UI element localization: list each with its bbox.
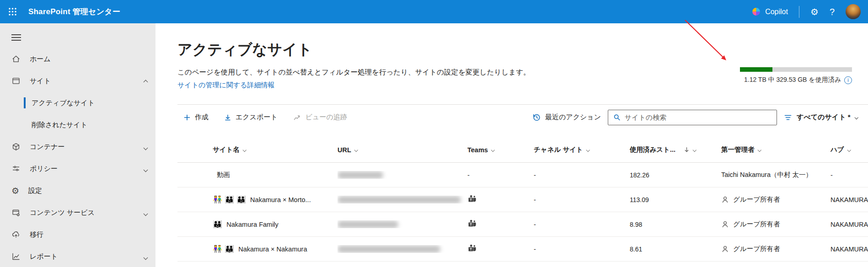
- chevron-down-icon: [491, 148, 495, 152]
- storage-usage-text: 1.12 TB 中 329.53 GB を使用済み: [744, 76, 841, 84]
- sliders-icon: [11, 164, 21, 173]
- sidebar-item-migration[interactable]: 移行: [0, 224, 155, 246]
- help-button[interactable]: ?: [830, 7, 835, 16]
- url-redacted: [338, 196, 461, 203]
- home-icon: [11, 54, 21, 64]
- chevron-down-icon: [854, 116, 858, 119]
- channel-site-value: -: [534, 246, 630, 253]
- site-name-link[interactable]: Nakamura × Morto...: [250, 196, 311, 203]
- sidebar-item-policies[interactable]: ポリシー: [0, 158, 155, 180]
- storage-used-value: 8.98: [630, 221, 721, 228]
- sidebar-item-active-sites[interactable]: アクティブなサイト: [0, 92, 155, 114]
- topbar: SharePoint 管理センター Copilot ⚙ ?: [0, 0, 868, 23]
- url-redacted: [338, 171, 383, 179]
- chevron-down-icon: [144, 211, 148, 216]
- chevron-up-icon: [144, 80, 148, 84]
- chevron-down-icon: [243, 148, 246, 152]
- channel-site-value: -: [534, 221, 630, 228]
- sidebar-item-sites[interactable]: サイト: [0, 70, 155, 92]
- site-name-link[interactable]: 動画: [217, 171, 230, 179]
- download-icon: [224, 114, 231, 121]
- teams-icon: [467, 194, 477, 204]
- site-emoji: 👪: [213, 220, 222, 228]
- question-mark-icon: ?: [830, 7, 835, 16]
- user-avatar[interactable]: [846, 4, 861, 19]
- primary-admin-value: グループ所有者: [733, 195, 780, 204]
- copilot-button[interactable]: Copilot: [751, 7, 788, 16]
- site-name-link[interactable]: Nakamura × Nakamura: [238, 246, 307, 253]
- site-name-link[interactable]: Nakamura Family: [226, 221, 279, 228]
- chevron-down-icon: [144, 145, 148, 150]
- search-input[interactable]: [625, 113, 772, 121]
- column-header-hub[interactable]: ハブ: [830, 145, 868, 154]
- topbar-divider: [799, 6, 799, 18]
- sidebar-item-deleted-sites[interactable]: 削除されたサイト: [0, 114, 155, 136]
- app-launcher-button[interactable]: [0, 0, 25, 23]
- column-header-primary-admin[interactable]: 第一管理者: [721, 145, 830, 154]
- table-row[interactable]: 動画 - - 182.26 Taichi Nakamura（中村 太一） -: [177, 163, 868, 187]
- filter-icon: [784, 113, 792, 122]
- sidebar-item-label: 設定: [28, 187, 42, 195]
- sidebar-item-content-services[interactable]: コンテンツ サービス: [0, 202, 155, 224]
- site-emoji: 👫 👪: [213, 245, 234, 253]
- cloud-upload-icon: [11, 230, 21, 239]
- create-button[interactable]: 作成: [183, 113, 209, 122]
- nav-collapse-button[interactable]: [11, 34, 21, 41]
- app-title: SharePoint 管理センター: [28, 6, 120, 17]
- column-header-site-name[interactable]: サイト名: [177, 145, 338, 154]
- chevron-down-icon: [847, 148, 851, 152]
- teams-icon: [467, 244, 477, 253]
- site-search-box: [608, 110, 777, 125]
- column-header-teams[interactable]: Teams: [467, 146, 534, 154]
- chevron-down-icon: [144, 167, 148, 172]
- column-header-channel-site[interactable]: チャネル サイト: [534, 145, 630, 154]
- sidebar-item-label: コンテンツ サービス: [30, 208, 95, 217]
- recent-actions-button[interactable]: 最近のアクション: [532, 113, 601, 122]
- hub-value: NAKAMURA: [830, 221, 868, 228]
- settings-button[interactable]: ⚙: [810, 7, 819, 16]
- sites-table: サイト名 URL Teams チャネル サイト 使用済みスト... 第一管理者 …: [177, 137, 868, 262]
- sites-icon: [11, 76, 21, 85]
- page-description: このページを使用して、サイトの並べ替えとフィルター処理を行ったり、サイトの設定を…: [177, 68, 530, 77]
- track-view-button[interactable]: ビューの追跡: [293, 113, 347, 122]
- storage-used-value: 182.26: [630, 171, 721, 179]
- export-label: エクスポート: [236, 113, 278, 122]
- chevron-down-icon: [757, 148, 761, 152]
- url-redacted: [338, 246, 440, 253]
- gear-icon: ⚙: [810, 7, 819, 16]
- sidebar-nav: ホーム サイト アクティブなサイト 削除されたサイト コンテナー ポリシー ⚙ …: [0, 48, 155, 267]
- sidebar-item-label: コンテナー: [30, 143, 64, 151]
- sidebar-item-reports[interactable]: レポート: [0, 246, 155, 267]
- storage-used-value: 8.61: [630, 246, 721, 253]
- table-row[interactable]: 👪 Nakamura Family - 8.98 グループ所有者 NAKAMUR…: [177, 212, 868, 237]
- sidebar-item-home[interactable]: ホーム: [0, 48, 155, 70]
- main-content: アクティブなサイト このページを使用して、サイトの並べ替えとフィルター処理を行っ…: [155, 23, 868, 267]
- channel-site-value: -: [534, 196, 630, 203]
- column-header-url[interactable]: URL: [338, 146, 467, 154]
- sidebar-item-containers[interactable]: コンテナー: [0, 136, 155, 158]
- copilot-label: Copilot: [765, 8, 788, 16]
- sidebar-item-label: レポート: [30, 252, 58, 261]
- site-emoji: 👫 👪 👪: [213, 196, 246, 203]
- column-header-storage-used[interactable]: 使用済みスト...: [630, 145, 721, 154]
- storage-bar-used: [740, 67, 772, 72]
- sidebar-item-label: サイト: [30, 77, 51, 85]
- sidebar-item-label: ポリシー: [30, 165, 58, 173]
- sidebar-item-settings[interactable]: ⚙ 設定: [0, 180, 155, 202]
- info-icon[interactable]: i: [844, 76, 852, 84]
- table-header-row: サイト名 URL Teams チャネル サイト 使用済みスト... 第一管理者 …: [177, 137, 868, 163]
- export-button[interactable]: エクスポート: [224, 113, 278, 122]
- chevron-down-icon: [693, 148, 697, 152]
- table-row[interactable]: 👫 👪 Nakamura × Nakamura - 8.61 グループ所有者 N…: [177, 237, 868, 262]
- history-icon: [532, 113, 541, 122]
- copilot-icon: [751, 7, 761, 16]
- all-sites-filter-button[interactable]: すべてのサイト *: [784, 113, 857, 122]
- waffle-icon: [8, 7, 17, 16]
- person-icon: [721, 220, 729, 228]
- track-view-label: ビューの追跡: [305, 113, 347, 122]
- line-chart-icon: [11, 252, 21, 261]
- table-row[interactable]: 👫 👪 👪 Nakamura × Morto... - 113.09 グループ所…: [177, 187, 868, 212]
- learn-more-link[interactable]: サイトの管理に関する詳細情報: [177, 81, 530, 90]
- sort-descending-icon: [684, 147, 690, 153]
- page-title: アクティブなサイト: [177, 40, 530, 60]
